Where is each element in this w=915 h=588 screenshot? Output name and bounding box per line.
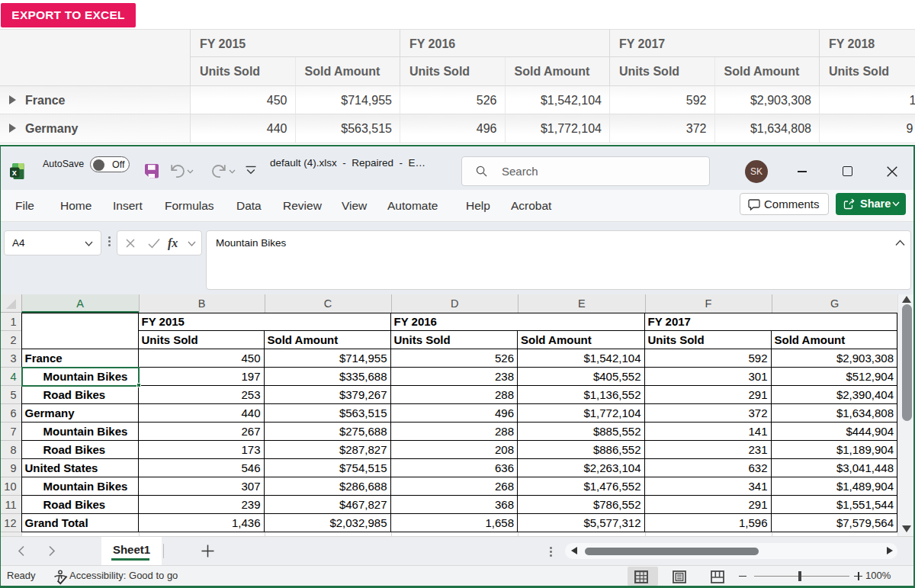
svg-text:x: x — [12, 168, 18, 177]
